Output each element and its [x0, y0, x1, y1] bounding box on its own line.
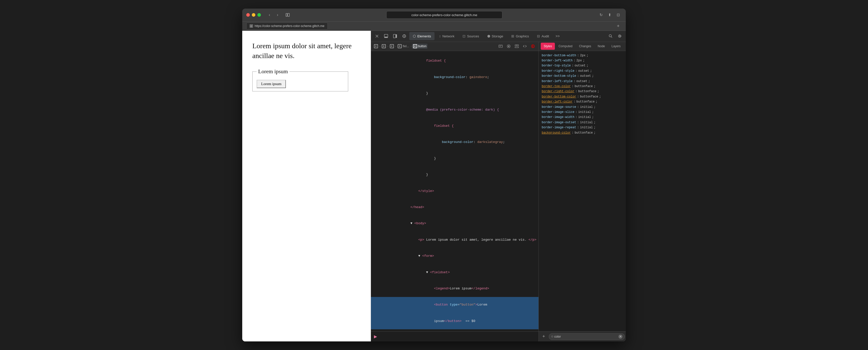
bc-tag-fiel: E [398, 44, 402, 48]
styles-tab-layers[interactable]: Layers [609, 43, 624, 50]
bc-tools [497, 43, 536, 50]
styles-tab-changes[interactable]: Changes [576, 43, 594, 50]
more-tabs-button[interactable]: >> [554, 32, 562, 40]
breadcrumb-item-fieldset[interactable]: E fiel... [397, 44, 410, 49]
close-devtools-button[interactable] [373, 32, 381, 40]
breadcrumb-item-button[interactable]: E button [412, 44, 428, 49]
share-button[interactable]: ⬆ [606, 11, 613, 19]
svg-point-9 [404, 36, 405, 37]
breadcrumb-item-2[interactable]: E [381, 44, 387, 49]
dom-line[interactable]: @media (prefers-color-scheme: dark) { [371, 102, 538, 118]
dock-right-button[interactable] [391, 32, 399, 40]
forward-button[interactable]: › [274, 11, 281, 19]
tab-graphics[interactable]: ⊞ Graphics [508, 32, 532, 40]
dom-content[interactable]: fieldset { background-color: gainsboro; … [371, 51, 538, 331]
maximize-button[interactable] [257, 13, 261, 17]
bc-chevron-3: › [395, 45, 396, 48]
dom-line[interactable]: ▼ <body> [371, 216, 538, 232]
tab-favicon: c [250, 24, 253, 28]
style-property-border-bottom-color: border-bottom-color : buttonface ; [542, 94, 626, 99]
url-input[interactable] [386, 11, 502, 19]
add-style-rule-button[interactable]: + [541, 333, 547, 340]
style-property-border-right-style: border-right-style : outset ; [542, 68, 626, 74]
toggle-classes-button[interactable] [513, 43, 520, 50]
dom-line[interactable]: <p> Lorem ipsum dolor sit amet, legere a… [371, 232, 538, 248]
filter-circle-icon: ⊙ [551, 335, 553, 338]
storage-icon: ⬢ [487, 34, 490, 38]
dom-line[interactable]: } [371, 150, 538, 167]
breadcrumb-item-3[interactable]: E [389, 44, 395, 49]
tab-storage[interactable]: ⬢ Storage [484, 32, 507, 40]
styles-tab-computed[interactable]: Computed [555, 43, 575, 50]
close-button[interactable] [246, 13, 250, 17]
force-state-button[interactable] [505, 43, 512, 50]
browser-tab[interactable]: c https://color-scheme-prefers-color-sch… [246, 23, 328, 30]
page-paragraph: Lorem ipsum dolor sit amet, legere ancil… [252, 41, 361, 61]
sidebar-toggle-button[interactable] [284, 11, 291, 19]
bc-label-fiel: fiel... [403, 45, 409, 48]
traffic-lights [246, 13, 261, 17]
tab-label: https://color-scheme-prefers-color-schem… [255, 24, 324, 28]
style-property-border-bottom-style: border-bottom-style : outset ; [542, 74, 626, 79]
new-tab-button[interactable]: + [615, 23, 622, 30]
styles-tab-node[interactable]: Node [595, 43, 608, 50]
dom-line[interactable]: } [371, 85, 538, 101]
dom-line[interactable]: </head> [371, 199, 538, 215]
dom-line[interactable]: background-color: darkslategray; [371, 134, 538, 150]
dom-line[interactable]: fieldset { [371, 53, 538, 69]
settings-button[interactable] [616, 32, 624, 40]
svg-rect-18 [499, 45, 502, 48]
style-property-border-top-style: border-top-style : outset ; [542, 63, 626, 68]
tab-bar: c https://color-scheme-prefers-color-sch… [242, 22, 626, 31]
svg-point-17 [618, 35, 621, 38]
demo-button[interactable]: Lorem ipsum [257, 80, 286, 88]
bc-chevron-2: › [387, 45, 388, 48]
dom-line-selected[interactable]: <button type="button">Lorem [371, 297, 538, 313]
tab-network[interactable]: ↕ Network [435, 32, 458, 40]
back-button[interactable]: ‹ [266, 11, 273, 19]
filter-clear-button[interactable]: × [618, 334, 622, 339]
new-rule-button[interactable] [497, 43, 504, 50]
tab-sources[interactable]: ⊡ Sources [459, 32, 483, 40]
dom-line-selected-end[interactable]: ipsum</button> == $0 [371, 313, 538, 329]
bc-label-button: button [418, 45, 427, 48]
tab-storage-label: Storage [492, 34, 503, 38]
dock-bottom-button[interactable] [382, 32, 390, 40]
dom-line[interactable]: <legend>Lorem ipsum</legend> [371, 281, 538, 297]
svg-point-16 [619, 35, 620, 37]
filter-input-wrapper: ⊙ × [549, 333, 625, 340]
fieldset-demo: Lorem ipsum Lorem ipsum [252, 68, 348, 91]
tab-elements[interactable]: ⬡ Elements [409, 32, 434, 40]
bc-tag-3: E [390, 44, 394, 48]
filter-input[interactable] [554, 335, 617, 339]
dom-line[interactable]: ▼ <fieldset> [371, 264, 538, 281]
tab-audit[interactable]: ⊟ Audit [533, 32, 553, 40]
style-property-background-color: background-color : buttonface ; [542, 130, 626, 135]
style-property-border-left-color: border-left-color : buttonface ; [542, 99, 626, 104]
svg-rect-1 [288, 13, 289, 17]
search-button[interactable] [607, 32, 615, 40]
breadcrumb-item-1[interactable]: E [373, 44, 379, 49]
minimize-button[interactable] [252, 13, 255, 17]
dom-line[interactable]: } [371, 167, 538, 183]
edit-as-html-button[interactable] [521, 43, 528, 50]
dom-line[interactable]: background-color: gainsboro; [371, 69, 538, 85]
fullscreen-button[interactable]: ⊡ [615, 11, 622, 19]
dom-line[interactable]: ▼ <form> [371, 248, 538, 264]
style-property-border-image-outset: border-image-outset : initial ; [542, 120, 626, 125]
styles-footer: + ⊙ × Classes [539, 331, 626, 342]
dom-line[interactable]: </style> [371, 183, 538, 199]
inspect-button[interactable] [400, 32, 408, 40]
nav-buttons: ‹ › [266, 11, 281, 19]
break-on-button[interactable] [529, 43, 536, 50]
tab-elements-label: Elements [417, 34, 431, 38]
styles-tab-styles[interactable]: Styles [541, 43, 555, 50]
devtools-panel: ⬡ Elements ↕ Network ⊡ Sources ⬢ Storage… [371, 31, 626, 342]
style-property-border-image-width: border-image-width : initial ; [542, 115, 626, 120]
styles-content[interactable]: border-bottom-width : 2px ; border-left-… [539, 51, 626, 331]
reload-button[interactable]: ↻ [597, 11, 604, 19]
bc-tag-1: E [374, 44, 378, 48]
dom-line[interactable]: fieldset { [371, 118, 538, 134]
style-property-border-left-style: border-left-style : outset ; [542, 79, 626, 84]
svg-rect-4 [384, 34, 388, 37]
